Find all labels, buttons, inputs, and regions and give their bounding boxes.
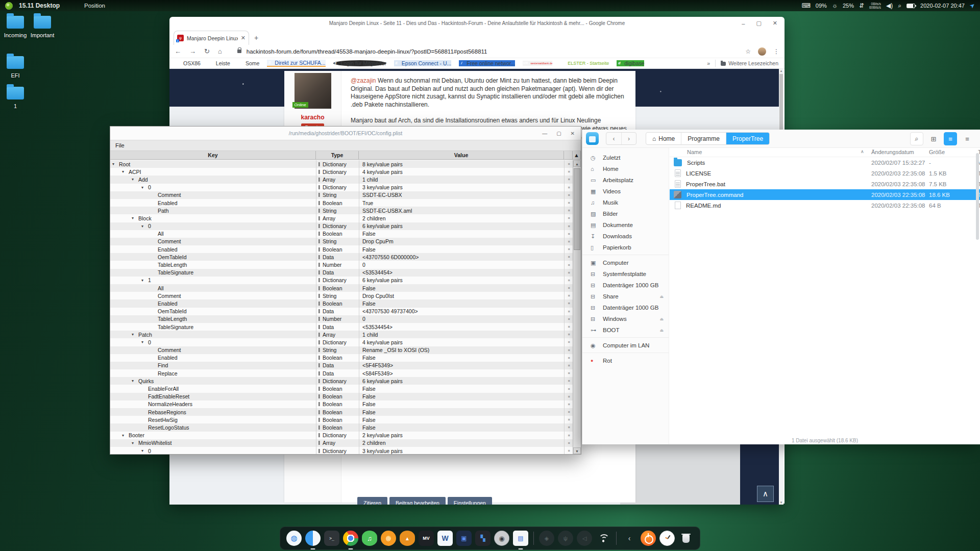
plist-row[interactable]: ▾ Comment String Rename _OSI to XOSI (OS… bbox=[110, 346, 573, 354]
sidebar-item-computer[interactable]: ▣ Computer ⏏ bbox=[582, 257, 669, 268]
bookmark-item[interactable]: d digibase bbox=[617, 60, 644, 66]
sidebar-item-datentraeger-1[interactable]: ⊟ Datenträger 1000 GB ⏏ bbox=[582, 280, 669, 291]
scrollbar-down-icon[interactable]: ▼ bbox=[779, 501, 783, 504]
plist-value[interactable]: False bbox=[359, 245, 564, 253]
sidebar-item-boot[interactable]: ⊶ BOOT ⏏ bbox=[582, 324, 669, 338]
plist-type[interactable]: Boolean bbox=[323, 393, 342, 399]
chrome-icon[interactable] bbox=[343, 531, 358, 546]
plist-row[interactable]: ▾ Enabled Boolean False ≡ bbox=[110, 354, 573, 362]
scrollbar-up-icon[interactable]: ▲ bbox=[573, 151, 581, 159]
plist-type[interactable]: Data bbox=[323, 254, 334, 260]
plist-row[interactable]: ▾ Replace Data <584F5349> ≡ bbox=[110, 369, 573, 377]
LICENSE[interactable]: LICENSE 2020/02/03 22:35:08 1.5 KB T bbox=[670, 168, 980, 179]
bookmark-item[interactable]: OSX86 bbox=[176, 60, 201, 66]
plist-type[interactable]: Dictionary bbox=[323, 223, 347, 229]
sort-ascending-icon[interactable]: ∧ bbox=[861, 149, 864, 154]
plist-row[interactable]: ▾ MmioWhitelist Array 2 children ≡ bbox=[110, 439, 573, 447]
row-drag-handle[interactable]: ≡ bbox=[564, 222, 573, 230]
keyboard-icon[interactable]: ⌨ bbox=[802, 2, 811, 9]
plist-type[interactable]: Boolean bbox=[323, 300, 342, 307]
chrome-menu-icon[interactable]: ⋮ bbox=[773, 48, 779, 55]
word-icon[interactable]: W bbox=[437, 531, 453, 546]
forward-button[interactable]: › bbox=[621, 133, 636, 144]
brightness-icon[interactable]: ☼ bbox=[832, 2, 838, 9]
plist-value[interactable]: False bbox=[359, 385, 564, 392]
row-drag-handle[interactable]: ≡ bbox=[564, 315, 573, 323]
plist-type[interactable]: Data bbox=[323, 324, 334, 330]
row-drag-handle[interactable]: ≡ bbox=[564, 423, 573, 431]
usb-icon[interactable]: ψ bbox=[558, 531, 573, 546]
bookmark-item[interactable]: E Epson Connect - U... bbox=[394, 60, 451, 66]
row-drag-handle[interactable]: ≡ bbox=[564, 176, 573, 183]
row-drag-handle[interactable]: ≡ bbox=[564, 416, 573, 423]
plist-value[interactable]: <43707550 6D000000> bbox=[359, 253, 564, 261]
plist-row[interactable]: ▾ NormalizeHeaders Boolean False ≡ bbox=[110, 400, 573, 408]
row-drag-handle[interactable]: ≡ bbox=[564, 346, 573, 354]
expander-icon[interactable]: ▾ bbox=[122, 169, 129, 174]
plist-type[interactable]: Boolean bbox=[323, 424, 342, 431]
plist-type[interactable]: String bbox=[323, 347, 336, 353]
row-drag-handle[interactable]: ≡ bbox=[564, 168, 573, 176]
row-drag-handle[interactable]: ≡ bbox=[564, 400, 573, 408]
plist-row[interactable]: ▾ Add Array 1 child ≡ bbox=[110, 176, 573, 183]
column-header-value[interactable]: Value bbox=[359, 151, 564, 159]
row-drag-handle[interactable]: ≡ bbox=[564, 439, 573, 447]
expander-icon[interactable]: ▾ bbox=[122, 433, 129, 438]
post-action-button[interactable]: Zitieren bbox=[357, 497, 387, 505]
post-username[interactable]: karacho bbox=[284, 114, 341, 121]
row-drag-handle[interactable]: ≡ bbox=[564, 331, 573, 338]
row-drag-handle[interactable]: ≡ bbox=[564, 199, 573, 207]
post-action-button[interactable]: Beitrag bearbeiten bbox=[389, 497, 446, 505]
plist-value[interactable]: False bbox=[359, 230, 564, 238]
plist-type[interactable]: Boolean bbox=[323, 200, 342, 206]
bookmark-item[interactable]: / Free online networ... bbox=[459, 60, 515, 66]
row-drag-handle[interactable]: ≡ bbox=[564, 432, 573, 439]
tab-manjaro-deepin[interactable]: ψ Manjaro Deepin Linux - Seite 11 ✕ bbox=[174, 31, 249, 45]
plist-value[interactable]: Drop Cpu0Ist bbox=[359, 292, 564, 299]
plist-value[interactable]: 2 children bbox=[359, 214, 564, 222]
volume-icon[interactable]: ◀) bbox=[886, 2, 893, 9]
clock[interactable]: 2020-02-07 20:47 bbox=[920, 3, 965, 9]
plist-value[interactable]: 3 key/value pairs bbox=[359, 184, 564, 191]
bookmarks-overflow-icon[interactable]: » bbox=[707, 60, 710, 66]
plist-value[interactable]: SSDT-EC-USBX bbox=[359, 191, 564, 199]
eject-icon[interactable]: ⏏ bbox=[659, 294, 664, 299]
other-bookmarks[interactable]: Weitere Lesezeichen bbox=[721, 60, 778, 66]
row-drag-handle[interactable]: ≡ bbox=[564, 385, 573, 392]
plist-row[interactable]: ▾ Enabled Boolean True ≡ bbox=[110, 199, 573, 207]
expander-icon[interactable]: ▾ bbox=[132, 332, 138, 337]
row-drag-handle[interactable]: ≡ bbox=[564, 277, 573, 284]
file-manager-toolbar[interactable]: ‹ › ⌂ Home Programme ProperTree ⌕ ⊞ ≡ ≡ bbox=[582, 130, 980, 148]
row-drag-handle[interactable]: ≡ bbox=[564, 408, 573, 416]
plist-type[interactable]: String bbox=[323, 208, 336, 214]
plist-type[interactable]: Dictionary bbox=[323, 339, 347, 345]
plist-type[interactable]: Data bbox=[323, 308, 334, 314]
sidebar-item-arbeitsplatz[interactable]: ▭ Arbeitsplatz ⏏ bbox=[582, 174, 669, 186]
scrollbar-down-icon[interactable]: ▼ bbox=[573, 447, 581, 454]
bookmark-star-icon[interactable]: ☆ bbox=[745, 48, 751, 55]
sidebar-item-rot[interactable]: ● Rot ⏏ bbox=[582, 355, 669, 366]
desktop-icon-important[interactable]: Important bbox=[27, 16, 58, 38]
eject-icon[interactable]: ⏏ bbox=[659, 328, 664, 333]
column-header-date[interactable]: Änderungsdatum bbox=[871, 149, 914, 155]
plist-type[interactable]: Array bbox=[323, 440, 335, 446]
plist-type[interactable]: Number bbox=[323, 316, 341, 322]
plist-type[interactable]: Array bbox=[323, 332, 335, 338]
plist-row[interactable]: ▾ Comment String Drop CpuPm ≡ bbox=[110, 238, 573, 245]
row-drag-handle[interactable]: ≡ bbox=[564, 323, 573, 331]
plist-type[interactable]: Data bbox=[323, 269, 334, 276]
bookmark-item[interactable]: S Direkt zur SCHUFA... bbox=[267, 60, 325, 67]
sidebar-item-datentraeger-2[interactable]: ⊟ Datenträger 1000 GB ⏏ bbox=[582, 302, 669, 313]
plist-value[interactable]: 6 key/value pairs bbox=[359, 277, 564, 284]
scrollbar-thumb[interactable] bbox=[976, 153, 979, 240]
plist-value[interactable]: False bbox=[359, 423, 564, 431]
sidebar-item-computer-im-lan[interactable]: ◉ Computer im LAN ⏏ bbox=[582, 340, 669, 353]
row-drag-handle[interactable]: ≡ bbox=[564, 238, 573, 245]
plist-value[interactable]: 8 key/value pairs bbox=[359, 160, 564, 168]
bookmark-item[interactable]: * ELSTER - Startseite bbox=[560, 61, 609, 66]
row-drag-handle[interactable]: ≡ bbox=[564, 191, 573, 199]
plist-type[interactable]: Dictionary bbox=[323, 184, 347, 190]
bookmark-item[interactable]: VR westerwaldbank.de bbox=[523, 61, 552, 66]
plist-type[interactable]: Boolean bbox=[323, 285, 342, 291]
plist-row[interactable]: ▾ ResetLogoStatus Boolean False ≡ bbox=[110, 423, 573, 431]
